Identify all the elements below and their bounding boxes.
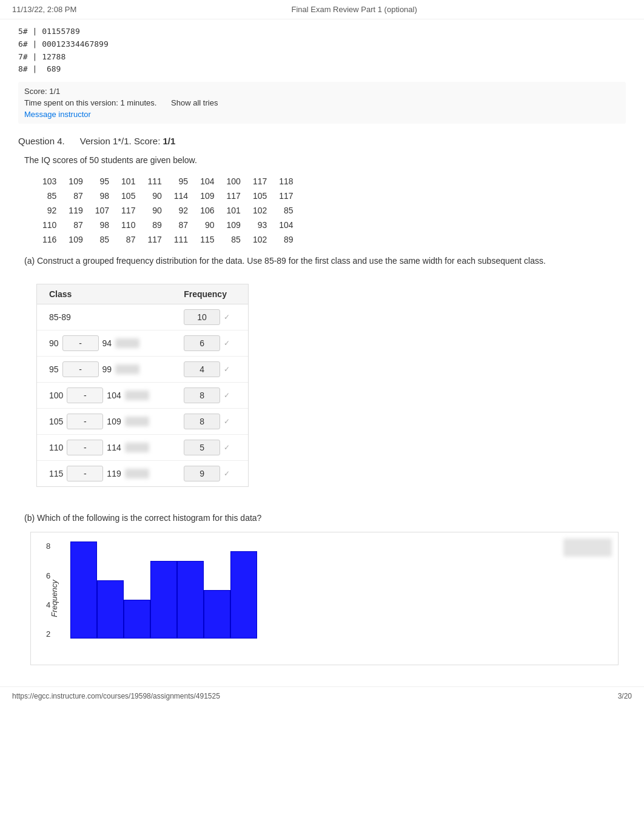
freq-input[interactable]: 8 [184,414,220,429]
iq-cell: 115 [194,232,220,247]
show-all-tries[interactable]: Show all tries [171,98,218,107]
iq-cell: 110 [36,218,62,232]
iq-cell: 117 [273,189,299,203]
freq-input[interactable]: 8 [184,387,220,403]
time-text: Time spent on this version: 1 minutes. [24,98,156,107]
iq-cell: 117 [141,232,167,247]
iq-cell: 102 [247,203,273,218]
freq-class-cell: 115-119 [37,461,172,487]
iq-cell: 106 [194,203,220,218]
iq-cell: 109 [62,232,89,247]
freq-row: 100-1048✓ [37,383,248,409]
iq-cell: 90 [141,189,167,203]
freq-class-cell: 95-99 [37,357,172,383]
iq-cell: 117 [221,189,247,203]
class-blur [115,338,139,348]
iq-cell: 100 [221,174,247,189]
iq-cell: 114 [168,189,194,203]
y-tick: 6 [46,571,50,580]
score-section: Score: 1/1 Time spent on this version: 1… [18,82,626,124]
iq-cell: 85 [221,232,247,247]
class-dash-input[interactable]: - [67,414,103,429]
histogram-bar [97,580,124,639]
iq-cell: 92 [168,203,194,218]
iq-cell: 85 [36,189,62,203]
iq-cell: 111 [141,174,167,189]
class-dash-input[interactable]: - [67,387,103,403]
histogram-bars [70,542,609,639]
class-end: 109 [107,417,121,426]
freq-input[interactable]: 6 [184,335,220,351]
class-end: 114 [107,443,121,452]
iq-cell: 98 [89,189,115,203]
question4-body: The IQ scores of 50 students are given b… [18,155,626,665]
histogram-bar [204,590,230,639]
freq-value-cell: 10✓ [172,304,248,330]
iq-cell: 109 [194,189,220,203]
freq-input[interactable]: 5 [184,440,220,455]
main-content: 5# | 01155789 6# | 00012334467899 7# | 1… [0,19,644,686]
iq-cell: 117 [115,203,141,218]
iq-intro-text: The IQ scores of 50 students are given b… [24,155,626,165]
class-end: 99 [102,364,112,374]
iq-cell: 90 [141,203,167,218]
class-dash-input[interactable]: - [67,440,103,455]
freq-class-cell: 110-114 [37,435,172,461]
code-block: 5# | 01155789 6# | 00012334467899 7# | 1… [18,25,626,76]
freq-col-class: Class [37,284,172,304]
histogram-bar [177,561,204,639]
freq-row: 95-994✓ [37,357,248,383]
bottom-bar: https://egcc.instructure.com/courses/195… [0,686,644,705]
freq-input[interactable]: 9 [184,466,220,481]
class-start: 95 [49,364,59,374]
check-icon: ✓ [224,365,230,374]
iq-cell: 85 [89,232,115,247]
check-icon: ✓ [224,443,230,452]
iq-cell: 105 [115,189,141,203]
freq-value-cell: 6✓ [172,330,248,357]
freq-input[interactable]: 4 [184,361,220,377]
freq-class-cell: 100-104 [37,383,172,409]
score-line: Score: 1/1 [24,87,620,96]
class-dash-input[interactable]: - [62,335,99,351]
histogram-bar [124,600,150,639]
freq-col-freq: Frequency [172,284,248,304]
class-blur [125,443,149,452]
iq-cell: 95 [168,174,194,189]
iq-cell: 87 [62,218,89,232]
y-tick: 4 [46,600,50,609]
iq-cell: 109 [62,174,89,189]
y-axis-label: Frequency [50,580,59,617]
bottom-page: 3/20 [618,692,632,700]
iq-cell: 119 [62,203,89,218]
histogram-bar [230,551,257,639]
class-start: 115 [49,469,63,478]
freq-row: 110-1145✓ [37,435,248,461]
iq-cell: 85 [273,203,299,218]
iq-cell: 103 [36,174,62,189]
class-dash-input[interactable]: - [62,361,99,377]
freq-input[interactable]: 10 [184,309,220,325]
class-start: 105 [49,417,63,426]
top-bar-date: 11/13/22, 2:08 PM [12,5,76,14]
class-dash-input[interactable]: - [67,466,103,481]
class-start: 110 [49,443,63,452]
freq-row: 85-8910✓ [37,304,248,330]
freq-value-cell: 8✓ [172,409,248,435]
iq-cell: 101 [115,174,141,189]
freq-row: 90-946✓ [37,330,248,357]
iq-cell: 93 [247,218,273,232]
freq-class-cell: 105-109 [37,409,172,435]
question4-version: Version 1*/1. Score: 1/1 [80,136,176,146]
histogram-bar [70,542,97,639]
iq-cell: 118 [273,174,299,189]
freq-value-cell: 4✓ [172,357,248,383]
class-blur [125,391,149,400]
y-axis-numbers: 8642 [46,542,50,639]
iq-cell: 87 [115,232,141,247]
part-a-text: (a) Construct a grouped frequency distri… [24,256,626,266]
freq-class-cell: 90-94 [37,330,172,357]
iq-cell: 111 [168,232,194,247]
class-start: 100 [49,391,63,400]
message-instructor-link[interactable]: Message instructor [24,110,620,119]
